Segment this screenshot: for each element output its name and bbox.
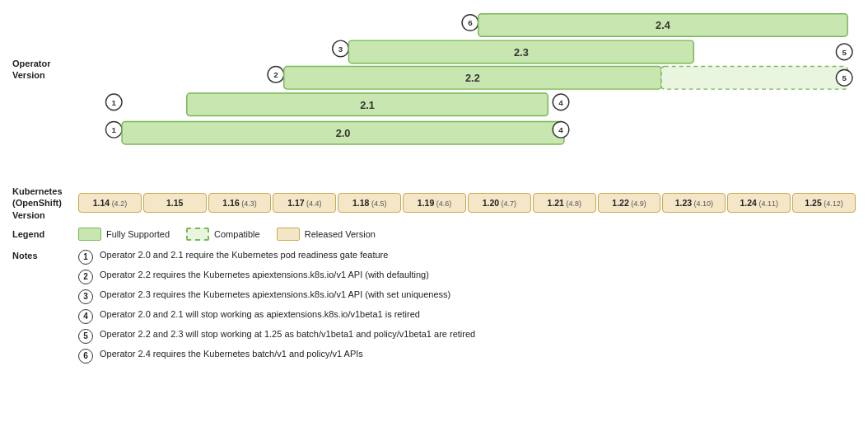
svg-text:5: 5: [842, 48, 847, 57]
fully-supported-swatch: [78, 228, 101, 241]
note-number: 5: [78, 329, 93, 344]
svg-text:2.4: 2.4: [656, 19, 671, 31]
svg-text:3: 3: [338, 45, 343, 54]
svg-text:2.1: 2.1: [360, 99, 375, 111]
note-item: 3Operator 2.3 requires the Kubernetes ap…: [78, 289, 856, 304]
note-number: 2: [78, 270, 93, 284]
k8s-version-box: 1.18 (4.5): [338, 193, 401, 213]
notes-section: Notes 1Operator 2.0 and 2.1 require the …: [12, 249, 856, 368]
note-text: Operator 2.0 and 2.1 require the Kuberne…: [100, 249, 388, 261]
legend-fully-supported: Fully Supported: [78, 228, 170, 241]
k8s-version-box: 1.15: [143, 193, 207, 213]
note-text: Operator 2.4 requires the Kubernetes bat…: [100, 348, 363, 360]
note-number: 1: [78, 250, 93, 265]
bar-2.2-compat: [661, 67, 847, 90]
k8s-version-box: 1.14 (4.2): [78, 193, 142, 213]
legend-row: Fully Supported Compatible Released Vers…: [78, 228, 376, 241]
legend-label: Legend: [12, 228, 78, 240]
compatible-swatch: [186, 228, 209, 241]
note-item: 1Operator 2.0 and 2.1 require the Kubern…: [78, 249, 856, 265]
note-item: 6Operator 2.4 requires the Kubernetes ba…: [78, 348, 856, 364]
svg-text:1: 1: [112, 125, 117, 134]
k8s-version-box: 1.22 (4.9): [598, 193, 661, 213]
note-text: Operator 2.2 and 2.3 will stop working a…: [100, 328, 475, 340]
legend-compatible: Compatible: [186, 228, 260, 241]
svg-text:1: 1: [112, 98, 117, 107]
k8s-version-box: 1.17 (4.4): [273, 193, 336, 213]
note-item: 2Operator 2.2 requires the Kubernetes ap…: [78, 269, 856, 284]
compatibility-chart: 6 2.4 3 2.3 5 2 2.2 5: [78, 8, 856, 181]
note-text: Operator 2.0 and 2.1 will stop working a…: [100, 308, 420, 321]
note-text: Operator 2.3 requires the Kubernetes api…: [100, 289, 450, 301]
note-item: 5Operator 2.2 and 2.3 will stop working …: [78, 328, 856, 344]
k8s-version-box: 1.20 (4.7): [468, 193, 531, 213]
note-text: Operator 2.2 requires the Kubernetes api…: [100, 269, 429, 281]
svg-text:2.2: 2.2: [465, 72, 480, 84]
released-swatch: [277, 228, 300, 241]
kubernetes-versions-row: 1.14 (4.2)1.151.16 (4.3)1.17 (4.4)1.18 (…: [78, 193, 856, 213]
legend-released: Released Version: [277, 228, 376, 241]
svg-text:5: 5: [842, 73, 847, 82]
note-number: 6: [78, 349, 93, 364]
k8s-version-box: 1.19 (4.6): [403, 193, 466, 213]
note-number: 4: [78, 309, 93, 324]
k8s-version-box: 1.16 (4.3): [208, 193, 272, 213]
svg-text:2.0: 2.0: [336, 127, 351, 139]
notes-label: Notes: [12, 249, 78, 368]
svg-text:4: 4: [558, 125, 563, 134]
kubernetes-version-label: Kubernetes (OpenShift) Version: [12, 185, 78, 221]
k8s-version-box: 1.21 (4.8): [533, 193, 596, 213]
k8s-version-box: 1.25 (4.12): [792, 193, 856, 213]
operator-version-label: Operator Version: [12, 8, 78, 184]
note-number: 3: [78, 289, 93, 304]
notes-list: 1Operator 2.0 and 2.1 require the Kubern…: [78, 249, 856, 368]
k8s-version-box: 1.24 (4.11): [727, 193, 791, 213]
svg-text:4: 4: [558, 98, 563, 107]
svg-text:6: 6: [468, 18, 473, 27]
svg-text:2: 2: [273, 70, 278, 79]
k8s-version-box: 1.23 (4.10): [662, 193, 726, 213]
note-item: 4Operator 2.0 and 2.1 will stop working …: [78, 308, 856, 324]
svg-text:2.3: 2.3: [514, 46, 529, 59]
